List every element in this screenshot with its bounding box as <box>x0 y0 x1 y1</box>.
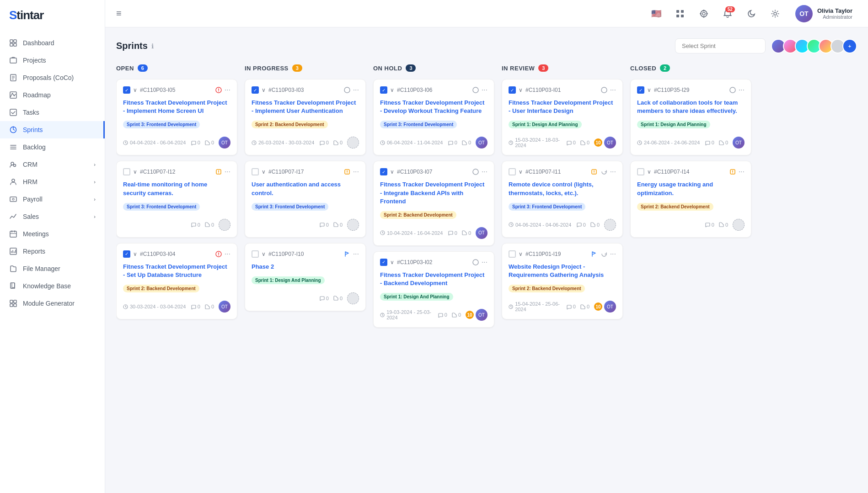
expand-icon[interactable]: ∨ <box>390 169 394 175</box>
card-more-button[interactable]: ··· <box>482 168 488 176</box>
card-checkbox[interactable] <box>252 168 259 175</box>
card-more-button[interactable]: ··· <box>610 86 616 94</box>
sidebar-item-payroll[interactable]: Payroll › <box>0 191 105 208</box>
expand-icon[interactable]: ∨ <box>647 169 651 175</box>
card-more-button[interactable]: ··· <box>482 86 488 94</box>
card-checkbox[interactable] <box>123 250 130 258</box>
card-c9[interactable]: ∨ #C110P03-I02 ··· Fitness Tracker Devel… <box>373 251 494 328</box>
sidebar-item-proposals[interactable]: Proposals (CoCo) <box>0 69 105 86</box>
card-more-button[interactable]: ··· <box>225 86 230 94</box>
card-checkbox[interactable] <box>380 86 387 94</box>
add-member-button[interactable]: + <box>842 39 857 53</box>
card-c2[interactable]: ∨ #C110P07-I12 ··· Real-time monitoring … <box>116 161 237 237</box>
card-checkbox[interactable] <box>252 86 259 94</box>
sidebar-item-backlog[interactable]: Backlog <box>0 138 105 156</box>
card-checkbox[interactable] <box>123 86 130 94</box>
card-checkbox[interactable] <box>637 86 644 94</box>
card-title: Fitness Tracker Development Project - Us… <box>509 99 616 115</box>
expand-icon[interactable]: ∨ <box>519 87 523 93</box>
sidebar-item-label: Reports <box>23 248 45 255</box>
card-c14[interactable]: ∨ #C110P07-I14 ··· Energy usage tracking… <box>630 161 751 237</box>
card-more-button[interactable]: ··· <box>739 168 745 176</box>
card-title: Phase 2 <box>252 263 359 271</box>
card-c10[interactable]: ∨ #C110P03-I01 ··· Fitness Tracker Devel… <box>502 79 623 155</box>
svg-point-48 <box>218 173 219 174</box>
sidebar-item-crm[interactable]: CRM › <box>0 156 105 173</box>
projects-icon <box>9 56 17 64</box>
card-checkbox[interactable] <box>380 259 387 266</box>
card-c12[interactable]: ∨ #C110P01-I19 ··· Website Redesign Proj… <box>502 243 623 319</box>
sidebar-item-module-generator[interactable]: Module Generator <box>0 295 105 312</box>
card-date: 04-04-2024 - 06-04-2024 <box>123 140 186 145</box>
user-profile[interactable]: OT Olivia Taylor Administrator <box>791 2 857 25</box>
card-c13[interactable]: ∨ #C110P35-I29 ··· Lack of collaboration… <box>630 79 751 155</box>
card-c3[interactable]: ∨ #C110P03-I04 ··· Fitness Tracket Devel… <box>116 243 237 319</box>
expand-icon[interactable]: ∨ <box>519 251 523 257</box>
expand-icon[interactable]: ∨ <box>133 251 137 257</box>
sidebar-item-meetings[interactable]: Meetings <box>0 225 105 243</box>
expand-icon[interactable]: ∨ <box>133 169 137 175</box>
card-more-button[interactable]: ··· <box>610 250 616 258</box>
settings-button[interactable] <box>767 5 783 22</box>
card-c6[interactable]: ∨ #C110P07-I10 ··· Phase 2 Sprint 1: Des… <box>245 243 366 311</box>
card-checkbox[interactable] <box>509 250 516 258</box>
sidebar-item-sprints[interactable]: Sprints <box>0 121 105 138</box>
card-c4[interactable]: ∨ #C110P03-I03 ··· Fitness Tracker Devel… <box>245 79 366 155</box>
card-top: ∨ #C110P03-I06 ··· <box>380 86 488 94</box>
card-checkbox[interactable] <box>252 250 259 258</box>
card-more-button[interactable]: ··· <box>353 168 359 176</box>
sprint-select-input[interactable] <box>675 38 766 53</box>
expand-icon[interactable]: ∨ <box>519 169 523 175</box>
apps-grid-button[interactable] <box>672 5 688 22</box>
flag-icon: 🇺🇸 <box>651 9 661 19</box>
svg-rect-29 <box>10 304 13 307</box>
card-avatar-placeholder <box>604 219 616 231</box>
main-content: ≡ 🇺🇸 52 OT <box>105 0 868 493</box>
card-c5[interactable]: ∨ #C110P07-I17 ··· User authentication a… <box>245 161 366 237</box>
card-more-button[interactable]: ··· <box>225 250 230 258</box>
hamburger-button[interactable]: ≡ <box>116 8 122 19</box>
expand-icon[interactable]: ∨ <box>262 251 266 257</box>
crosshair-button[interactable] <box>696 5 712 22</box>
expand-icon[interactable]: ∨ <box>647 87 651 93</box>
card-more-button[interactable]: ··· <box>482 258 488 266</box>
expand-icon[interactable]: ∨ <box>390 259 394 265</box>
sidebar-item-file-manager[interactable]: File Manager <box>0 260 105 277</box>
card-c7[interactable]: ∨ #C110P03-I06 ··· Fitness Tracker Devel… <box>373 79 494 155</box>
priority-icon <box>729 169 736 175</box>
notification-button[interactable]: 52 <box>719 5 736 22</box>
sidebar-item-knowledge-base[interactable]: Knowledge Base <box>0 277 105 295</box>
sidebar-item-dashboard[interactable]: Dashboard <box>0 34 105 52</box>
info-icon[interactable]: ℹ <box>151 42 154 50</box>
card-checkbox[interactable] <box>123 168 130 175</box>
card-more-button[interactable]: ··· <box>353 86 359 94</box>
card-checkbox[interactable] <box>509 168 516 175</box>
sidebar-item-tasks[interactable]: Tasks <box>0 104 105 121</box>
card-more-button[interactable]: ··· <box>610 168 616 176</box>
priority-icon <box>591 251 597 257</box>
card-checkbox[interactable] <box>637 168 644 175</box>
card-title: Fitness Tracker Development Project - De… <box>380 99 488 115</box>
card-meta: 0 0 10 OT <box>438 309 488 321</box>
flag-icon-button[interactable]: 🇺🇸 <box>648 5 664 22</box>
card-c11[interactable]: ∨ #C110P07-I11 ··· Remote device control… <box>502 161 623 237</box>
sidebar-item-projects[interactable]: Projects <box>0 52 105 69</box>
dark-mode-button[interactable] <box>743 5 760 22</box>
expand-icon[interactable]: ∨ <box>262 87 266 93</box>
card-checkbox[interactable] <box>509 86 516 94</box>
card-more-button[interactable]: ··· <box>225 168 230 176</box>
sidebar-item-reports[interactable]: Reports <box>0 243 105 260</box>
sidebar-item-hrm[interactable]: HRM › <box>0 173 105 191</box>
expand-icon[interactable]: ∨ <box>133 87 137 93</box>
card-more-button[interactable]: ··· <box>353 250 359 258</box>
sidebar-item-sales[interactable]: Sales › <box>0 208 105 225</box>
expand-icon[interactable]: ∨ <box>262 169 266 175</box>
card-checkbox[interactable] <box>380 168 387 175</box>
sidebar-item-roadmap[interactable]: Roadmap <box>0 86 105 104</box>
expand-icon[interactable]: ∨ <box>390 87 394 93</box>
card-c8[interactable]: ∨ #C110P03-I07 ··· Fitness Tracker Devel… <box>373 161 494 246</box>
col-header-on-hold: ON HOLD 3 <box>373 63 494 74</box>
card-c1[interactable]: ∨ #C110P03-I05 ··· Fitness Tracket Devel… <box>116 79 237 155</box>
card-more-button[interactable]: ··· <box>739 86 745 94</box>
svg-rect-30 <box>14 304 16 307</box>
